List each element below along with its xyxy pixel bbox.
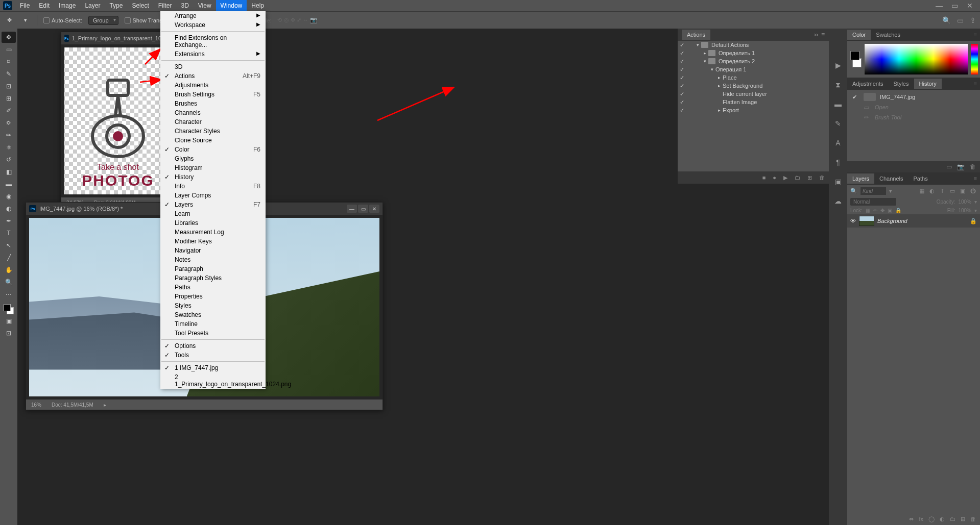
menu-item-character[interactable]: Character xyxy=(160,117,266,127)
layer-visibility-icon[interactable]: 👁 xyxy=(850,218,856,224)
menu-item-brushes[interactable]: Brushes xyxy=(160,99,266,108)
menu-item-3d[interactable]: 3D xyxy=(160,62,266,71)
menu-item-layer-comps[interactable]: Layer Comps xyxy=(160,191,266,200)
doc2-close-button[interactable]: ✕ xyxy=(369,205,379,213)
crop-tool[interactable]: ⊡ xyxy=(2,81,16,92)
menu-item-libraries[interactable]: Libraries xyxy=(160,218,266,228)
eraser-tool[interactable]: ◧ xyxy=(2,166,16,178)
magic-wand-tool[interactable]: ✎ xyxy=(2,68,16,80)
hand-tool[interactable]: ✋ xyxy=(2,264,16,276)
lock-artboard-icon[interactable]: ▣ xyxy=(888,208,892,213)
menu-item-navigator[interactable]: Navigator xyxy=(160,246,266,255)
history-panel-menu-icon[interactable]: ≡ xyxy=(971,81,980,87)
healing-brush-tool[interactable]: ⛭ xyxy=(2,117,16,129)
dodge-tool[interactable]: ◐ xyxy=(2,203,16,214)
delete-state-icon[interactable]: 🗑 xyxy=(970,163,976,170)
menu-item-histogram[interactable]: Histogram xyxy=(160,163,266,172)
actions-panel-tab[interactable]: Actions xyxy=(682,30,710,40)
line-tool[interactable]: ╱ xyxy=(2,252,16,263)
pen-tool[interactable]: ✒ xyxy=(2,215,16,227)
menu-item-info[interactable]: InfoF8 xyxy=(160,182,266,191)
record-action-icon[interactable]: ● xyxy=(773,174,776,181)
menu-image[interactable]: Image xyxy=(54,0,80,11)
menu-view[interactable]: View xyxy=(194,0,216,11)
menu-item-channels[interactable]: Channels xyxy=(160,108,266,117)
libraries-panel-icon[interactable]: ▣ xyxy=(832,176,844,188)
menu-item-character-styles[interactable]: Character Styles xyxy=(160,127,266,136)
action-row[interactable]: ✓▸Определить 1 xyxy=(678,49,829,57)
action-row[interactable]: ✓▸Set Background xyxy=(678,82,829,90)
doc2-maximize-button[interactable]: ▭ xyxy=(358,205,368,213)
menu-item-options[interactable]: ✓Options xyxy=(160,341,266,351)
action-row[interactable]: ✓▾Определить 2 xyxy=(678,57,829,65)
gradient-tool[interactable]: ▬ xyxy=(2,179,16,190)
document-2-zoom[interactable]: 16% xyxy=(31,402,41,408)
action-row[interactable]: ✓Hide current layer xyxy=(678,90,829,98)
menu-edit[interactable]: Edit xyxy=(34,0,54,11)
layer-name[interactable]: Background xyxy=(877,218,907,224)
menu-item-learn[interactable]: Learn xyxy=(160,209,266,218)
menu-filter[interactable]: Filter xyxy=(154,0,177,11)
menu-item-find-extensions-on-exchange-[interactable]: Find Extensions on Exchange... xyxy=(160,33,266,49)
delete-action-icon[interactable]: 🗑 xyxy=(819,174,825,181)
character-panel-icon[interactable]: A xyxy=(832,137,844,149)
menu-item-actions[interactable]: ✓ActionsAlt+F9 xyxy=(160,71,266,81)
filter-toggle-icon[interactable]: ⏻ xyxy=(969,187,977,195)
paragraph-panel-icon[interactable]: ¶ xyxy=(832,156,844,168)
stop-action-icon[interactable]: ■ xyxy=(762,174,766,181)
clone-stamp-tool[interactable]: ⚛ xyxy=(2,142,16,153)
properties-panel-icon[interactable]: ✎ xyxy=(832,117,844,130)
play-action-icon[interactable]: ▶ xyxy=(783,174,787,181)
zoom-tool[interactable]: 🔍 xyxy=(2,277,16,288)
menu-item-properties[interactable]: Properties xyxy=(160,292,266,301)
history-state-brush[interactable]: ✏ Brush Tool xyxy=(849,112,978,122)
menu-layer[interactable]: Layer xyxy=(80,0,105,11)
minimize-button[interactable]: — xyxy=(932,2,946,10)
menu-item-measurement-log[interactable]: Measurement Log xyxy=(160,228,266,237)
menu-item-modifier-keys[interactable]: Modifier Keys xyxy=(160,237,266,246)
menu-help[interactable]: Help xyxy=(247,0,269,11)
share-icon[interactable]: ⇪ xyxy=(970,16,976,24)
new-group-icon[interactable]: 🗀 xyxy=(950,516,955,522)
new-adjustment-icon[interactable]: ◐ xyxy=(940,516,945,522)
link-layers-icon[interactable]: ⇔ xyxy=(909,516,914,522)
opacity-value[interactable]: 100% xyxy=(958,199,971,205)
menu-item-paths[interactable]: Paths xyxy=(160,283,266,292)
menu-item-1-img-7447-jpg[interactable]: ✓1 IMG_7447.jpg xyxy=(160,363,266,372)
menu-file[interactable]: File xyxy=(15,0,34,11)
menu-item-extensions[interactable]: Extensions▶ xyxy=(160,49,266,59)
lock-position-icon[interactable]: ✏ xyxy=(873,208,877,213)
history-panel-icon[interactable]: ⧗ xyxy=(832,79,844,91)
color-panel-menu-icon[interactable]: ≡ xyxy=(971,32,980,38)
doc2-minimize-button[interactable]: — xyxy=(347,205,357,213)
collapse-panel-icon[interactable]: ›› xyxy=(814,31,818,38)
blur-tool[interactable]: ◉ xyxy=(2,191,16,202)
color-swatch[interactable] xyxy=(4,304,14,314)
blend-mode-dropdown[interactable]: Normal xyxy=(850,198,896,206)
screen-mode-toggle[interactable]: ⊡ xyxy=(2,328,16,339)
lock-pixels-icon[interactable]: ▦ xyxy=(866,208,870,213)
move-tool[interactable]: ✥ xyxy=(2,32,16,43)
menu-item-timeline[interactable]: Timeline xyxy=(160,319,266,329)
channels-tab[interactable]: Channels xyxy=(874,173,908,184)
action-row[interactable]: ✓▾Операция 1 xyxy=(678,65,829,73)
history-snapshot-row[interactable]: ✔ IMG_7447.jpg xyxy=(849,92,978,102)
panel-menu-icon[interactable]: ≡ xyxy=(821,31,825,38)
color-spectrum[interactable] xyxy=(865,44,968,74)
search-icon[interactable]: 🔍 xyxy=(942,16,951,24)
action-row[interactable]: ✓Flatten Image xyxy=(678,98,829,106)
menu-item-tool-presets[interactable]: Tool Presets xyxy=(160,329,266,338)
document-1-titlebar[interactable]: Ps 1_Primary_logo_on_transparent_1024.pn xyxy=(61,32,175,44)
menu-window[interactable]: Window xyxy=(216,0,247,11)
menu-3d[interactable]: 3D xyxy=(176,0,193,11)
menu-item-paragraph[interactable]: Paragraph xyxy=(160,264,266,273)
lock-all-icon[interactable]: 🔒 xyxy=(895,208,901,213)
color-tab[interactable]: Color xyxy=(847,30,871,40)
new-snapshot-icon[interactable]: 📷 xyxy=(957,163,965,170)
workspace-icon[interactable]: ▭ xyxy=(957,16,964,24)
menu-item-styles[interactable]: Styles xyxy=(160,301,266,310)
menu-item-tools[interactable]: ✓Tools xyxy=(160,351,266,360)
action-row[interactable]: ✓▸Place xyxy=(678,73,829,82)
close-button[interactable]: ✕ xyxy=(963,2,977,10)
delete-layer-icon[interactable]: 🗑 xyxy=(970,516,976,522)
